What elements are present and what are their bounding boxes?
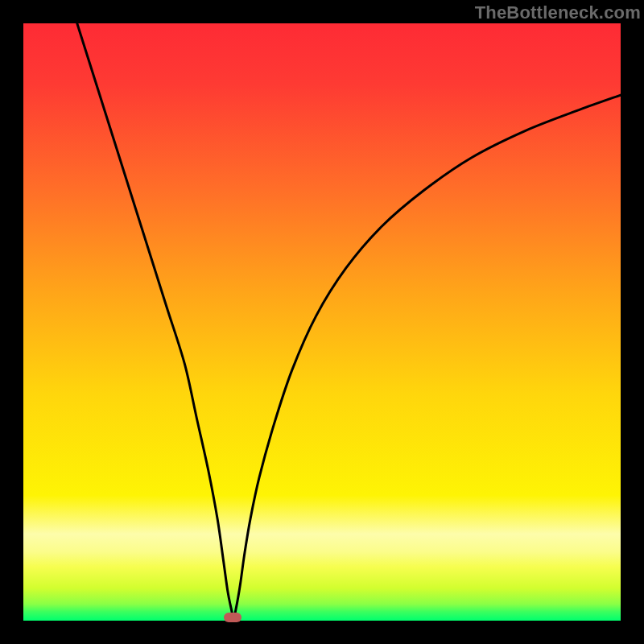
gradient-background xyxy=(23,23,621,621)
watermark-label: TheBottleneck.com xyxy=(475,2,641,23)
chart-frame xyxy=(23,23,621,621)
